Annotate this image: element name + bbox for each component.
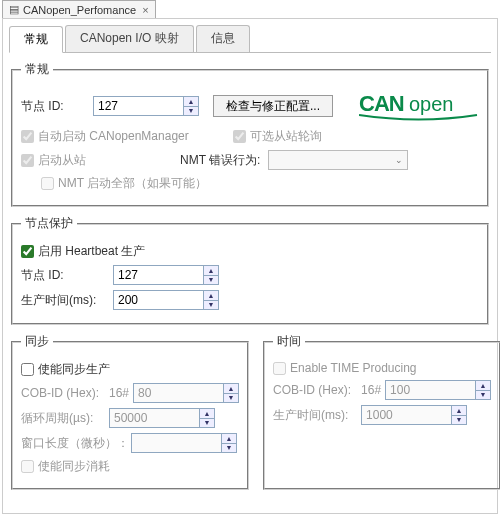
enable-heartbeat-label: 启用 Heartbeat 生产 (38, 243, 145, 260)
spin-down-icon: ▼ (452, 416, 466, 425)
nmt-start-all-input (41, 177, 54, 190)
node-id-input[interactable] (93, 96, 183, 116)
spin-down-icon[interactable]: ▼ (184, 107, 198, 116)
sync-window-input (131, 433, 221, 453)
chevron-down-icon: ⌄ (395, 155, 403, 165)
spin-up-icon: ▲ (476, 381, 490, 391)
optional-slave-poll-input (233, 130, 246, 143)
auto-start-manager-checkbox: 自动启动 CANopenManager (21, 128, 189, 145)
check-config-button[interactable]: 检查与修正配置... (213, 95, 333, 117)
spin-buttons[interactable]: ▲▼ (183, 96, 199, 116)
auto-start-manager-input (21, 130, 34, 143)
logo-can-text: CAN (359, 91, 404, 116)
optional-slave-poll-label: 可选从站轮询 (250, 128, 322, 145)
start-slave-input (21, 154, 34, 167)
sync-group: 同步 使能同步生产 COB-ID (Hex): 16# ▲▼ 循环周期(µs): (11, 333, 249, 490)
enable-sync-input[interactable] (21, 363, 34, 376)
auto-start-manager-label: 自动启动 CANopenManager (38, 128, 189, 145)
spin-down-icon: ▼ (222, 444, 236, 453)
start-slave-checkbox: 启动从站 (21, 152, 86, 169)
optional-slave-poll-checkbox: 可选从站轮询 (233, 128, 322, 145)
tab-bar: 常规 CANopen I/O 映射 信息 (9, 25, 491, 53)
ng-produce-time-input[interactable] (113, 290, 203, 310)
spin-down-icon[interactable]: ▼ (204, 301, 218, 310)
tab-info[interactable]: 信息 (196, 25, 250, 52)
time-cobid-spinner: ▲▼ (385, 380, 491, 400)
enable-sync-consume-input (21, 460, 34, 473)
node-guard-group: 节点保护 启用 Heartbeat 生产 节点 ID: ▲▼ 生产时间(ms):… (11, 215, 489, 325)
spin-down-icon: ▼ (200, 419, 214, 428)
enable-time-checkbox: Enable TIME Producing (273, 361, 417, 375)
time-legend: 时间 (273, 333, 305, 350)
nmt-start-all-label: NMT 启动全部（如果可能） (58, 175, 207, 192)
sync-window-label: 窗口长度（微秒）： (21, 435, 131, 452)
node-id-label: 节点 ID: (21, 98, 93, 115)
enable-sync-consume-label: 使能同步消耗 (38, 458, 110, 475)
time-produce-input (361, 405, 451, 425)
sync-cobid-input (133, 383, 223, 403)
node-id-spinner[interactable]: ▲▼ (93, 96, 199, 116)
spin-up-icon[interactable]: ▲ (204, 266, 218, 276)
spin-up-icon[interactable]: ▲ (204, 291, 218, 301)
sync-cobid-label: COB-ID (Hex): (21, 386, 109, 400)
ng-node-id-spinner[interactable]: ▲▼ (113, 265, 219, 285)
enable-sync-label: 使能同步生产 (38, 361, 110, 378)
ng-produce-time-label: 生产时间(ms): (21, 292, 113, 309)
close-icon[interactable]: × (142, 4, 148, 16)
time-cobid-input (385, 380, 475, 400)
sync-window-spinner: ▲▼ (131, 433, 237, 453)
spin-up-icon[interactable]: ▲ (184, 97, 198, 107)
window-tab[interactable]: ▤ CANopen_Perfomance × (2, 0, 156, 18)
spin-down-icon: ▼ (476, 391, 490, 400)
tab-general[interactable]: 常规 (9, 26, 63, 53)
time-hex-prefix: 16# (361, 383, 381, 397)
spin-up-icon: ▲ (222, 434, 236, 444)
enable-sync-consume-checkbox: 使能同步消耗 (21, 458, 110, 475)
enable-time-label: Enable TIME Producing (290, 361, 417, 375)
spin-down-icon[interactable]: ▼ (204, 276, 218, 285)
logo-open-text: open (409, 93, 454, 115)
node-guard-legend: 节点保护 (21, 215, 77, 232)
canopen-logo: CAN open (359, 89, 479, 123)
general-group: 常规 节点 ID: ▲▼ 检查与修正配置... CAN open 自动启动 CA… (11, 61, 489, 207)
ng-produce-time-spinner[interactable]: ▲▼ (113, 290, 219, 310)
sync-cobid-spinner: ▲▼ (133, 383, 239, 403)
tab-io-mapping[interactable]: CANopen I/O 映射 (65, 25, 194, 52)
ng-node-id-label: 节点 ID: (21, 267, 113, 284)
sync-cycle-input (109, 408, 199, 428)
spin-up-icon: ▲ (224, 384, 238, 394)
nmt-start-all-checkbox: NMT 启动全部（如果可能） (41, 175, 207, 192)
time-produce-label: 生产时间(ms): (273, 407, 361, 424)
nmt-error-select: ⌄ (268, 150, 408, 170)
enable-time-input (273, 362, 286, 375)
enable-sync-checkbox[interactable]: 使能同步生产 (21, 361, 110, 378)
document-icon: ▤ (9, 3, 19, 16)
enable-heartbeat-checkbox[interactable]: 启用 Heartbeat 生产 (21, 243, 145, 260)
general-legend: 常规 (21, 61, 53, 78)
enable-heartbeat-input[interactable] (21, 245, 34, 258)
spin-up-icon: ▲ (200, 409, 214, 419)
sync-cycle-spinner: ▲▼ (109, 408, 215, 428)
ng-node-id-input[interactable] (113, 265, 203, 285)
spin-up-icon: ▲ (452, 406, 466, 416)
sync-cycle-label: 循环周期(µs): (21, 410, 109, 427)
start-slave-label: 启动从站 (38, 152, 86, 169)
sync-legend: 同步 (21, 333, 53, 350)
spin-down-icon: ▼ (224, 394, 238, 403)
sync-hex-prefix: 16# (109, 386, 129, 400)
nmt-error-label: NMT 错误行为: (180, 152, 268, 169)
time-group: 时间 Enable TIME Producing COB-ID (Hex): 1… (263, 333, 500, 490)
time-produce-spinner: ▲▼ (361, 405, 467, 425)
time-cobid-label: COB-ID (Hex): (273, 383, 361, 397)
main-panel: 常规 CANopen I/O 映射 信息 常规 节点 ID: ▲▼ 检查与修正配… (2, 18, 498, 514)
window-title: CANopen_Perfomance (23, 4, 136, 16)
